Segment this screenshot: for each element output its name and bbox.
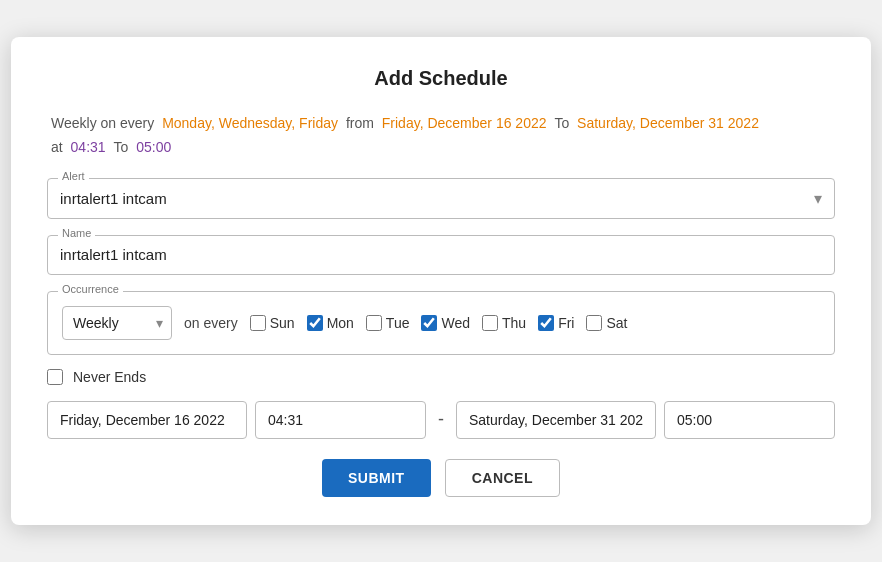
day-sun-label: Sun: [270, 315, 295, 331]
dialog-title: Add Schedule: [47, 67, 835, 90]
day-tue-checkbox[interactable]: [366, 315, 382, 331]
date-dash: -: [438, 409, 444, 430]
summary-days: Monday, Wednesday, Friday: [162, 115, 338, 131]
day-thu-label: Thu: [502, 315, 526, 331]
day-thu: Thu: [482, 315, 526, 331]
day-sat-checkbox[interactable]: [586, 315, 602, 331]
never-ends-row: Never Ends: [47, 369, 835, 385]
alert-label: Alert: [58, 170, 89, 182]
summary-start-time: 04:31: [71, 139, 106, 155]
day-mon: Mon: [307, 315, 354, 331]
day-sat-label: Sat: [606, 315, 627, 331]
on-every-label: on every: [184, 315, 238, 331]
day-wed: Wed: [421, 315, 470, 331]
day-sun: Sun: [250, 315, 295, 331]
date-time-row: -: [47, 401, 835, 439]
alert-field-group: Alert inrtalert1 intcam ▾: [47, 178, 835, 219]
name-input[interactable]: [60, 246, 822, 263]
day-sat: Sat: [586, 315, 627, 331]
submit-button[interactable]: SUBMIT: [322, 459, 431, 497]
day-fri-checkbox[interactable]: [538, 315, 554, 331]
occurrence-select-wrapper: Weekly Daily Monthly ▾: [62, 306, 172, 340]
chevron-down-icon: ▾: [814, 189, 822, 208]
occurrence-chevron-icon: ▾: [156, 315, 163, 331]
alert-select[interactable]: inrtalert1 intcam: [60, 190, 814, 207]
day-fri: Fri: [538, 315, 574, 331]
day-wed-checkbox[interactable]: [421, 315, 437, 331]
never-ends-checkbox[interactable]: [47, 369, 63, 385]
summary-to-date: Saturday, December 31 2022: [577, 115, 759, 131]
summary-to-label1: To: [554, 115, 569, 131]
summary-row: Weekly on every Monday, Wednesday, Frida…: [47, 112, 835, 160]
end-date-input[interactable]: [456, 401, 656, 439]
summary-from-label: from: [346, 115, 374, 131]
occurrence-row: Weekly Daily Monthly ▾ on every Sun Mon …: [62, 306, 820, 340]
summary-prefix: Weekly on every: [51, 115, 154, 131]
name-field-group: Name: [47, 235, 835, 275]
occurrence-select[interactable]: Weekly Daily Monthly: [73, 315, 141, 331]
day-sun-checkbox[interactable]: [250, 315, 266, 331]
end-time-input[interactable]: [664, 401, 835, 439]
alert-select-wrapper: inrtalert1 intcam ▾: [60, 189, 822, 208]
add-schedule-dialog: Add Schedule Weekly on every Monday, Wed…: [11, 37, 871, 525]
day-thu-checkbox[interactable]: [482, 315, 498, 331]
start-time-input[interactable]: [255, 401, 426, 439]
actions-row: SUBMIT CANCEL: [47, 459, 835, 497]
cancel-button[interactable]: CANCEL: [445, 459, 560, 497]
summary-to-label2: To: [114, 139, 129, 155]
start-date-input[interactable]: [47, 401, 247, 439]
occurrence-section: Occurrence Weekly Daily Monthly ▾ on eve…: [47, 291, 835, 355]
day-mon-label: Mon: [327, 315, 354, 331]
day-tue: Tue: [366, 315, 410, 331]
name-label: Name: [58, 227, 95, 239]
day-fri-label: Fri: [558, 315, 574, 331]
day-tue-label: Tue: [386, 315, 410, 331]
day-mon-checkbox[interactable]: [307, 315, 323, 331]
never-ends-label: Never Ends: [73, 369, 146, 385]
summary-from-date: Friday, December 16 2022: [382, 115, 547, 131]
occurrence-label: Occurrence: [58, 283, 123, 295]
day-wed-label: Wed: [441, 315, 470, 331]
summary-at-label: at: [51, 139, 63, 155]
summary-end-time: 05:00: [136, 139, 171, 155]
